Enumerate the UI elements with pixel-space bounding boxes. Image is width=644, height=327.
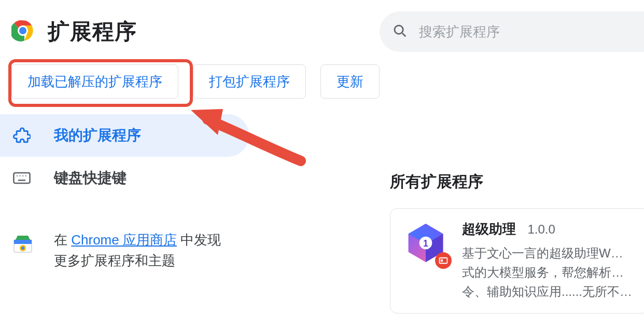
webstore-promo: 在 Chrome 应用商店 中发现 更多扩展程序和主题 [0,224,249,271]
search-box[interactable] [380,11,644,52]
load-unpacked-button[interactable]: 加载已解压的扩展程序 [11,64,178,99]
svg-text:1: 1 [423,238,428,249]
search-input[interactable] [419,11,632,52]
main-content: 所有扩展程序 1 [390,171,644,314]
svg-point-3 [395,25,403,34]
extension-icon [12,126,31,145]
sidebar-item-label: 键盘快捷键 [54,168,127,188]
extension-name: 超级助理 [462,221,516,237]
extension-description: 基于文心一言的超级助理W… 式的大模型服务，帮您解析… 令、辅助知识应用....… [462,243,636,302]
sidebar-item-my-extensions[interactable]: 我的扩展程序 [0,114,249,157]
sidebar-item-label: 我的扩展程序 [54,126,141,145]
keyboard-icon [12,169,31,187]
webstore-text-prefix: 在 [54,232,71,248]
chrome-webstore-link[interactable]: Chrome 应用商店 [71,232,177,248]
sidebar-item-keyboard-shortcuts[interactable]: 键盘快捷键 [0,157,249,199]
webstore-icon [12,233,31,251]
svg-rect-12 [14,240,32,244]
section-title: 所有扩展程序 [390,171,644,208]
svg-point-2 [19,27,26,34]
pack-extension-button[interactable]: 打包扩展程序 [193,64,306,99]
webstore-text-suffix: 中发现 [177,232,221,248]
extension-card[interactable]: 1 超级助理 1.0.0 基于文心一言的超级助理W… 式的大模型服务，帮您解析…… [390,208,644,314]
svg-point-14 [21,247,24,250]
sidebar: 我的扩展程序 键盘快捷键 在 Chrome 应用商店 中发现 [0,114,249,271]
toolbar: 加载已解压的扩展程序 打包扩展程序 更新 [0,52,644,114]
extension-app-icon: 1 [403,220,449,266]
update-button[interactable]: 更新 [320,64,380,99]
button-label: 更新 [337,73,363,91]
extension-version: 1.0.0 [527,222,555,236]
unpacked-badge-icon [435,252,452,269]
svg-line-4 [402,33,405,36]
search-icon [392,23,408,40]
chrome-logo-icon [11,19,34,44]
svg-rect-5 [13,173,30,183]
button-label: 打包扩展程序 [209,73,290,91]
button-label: 加载已解压的扩展程序 [27,73,162,91]
webstore-text-line2: 更多扩展程序和主题 [54,253,175,268]
header: 扩展程序 [0,0,644,52]
svg-point-18 [441,260,443,262]
page-title: 扩展程序 [48,17,137,46]
